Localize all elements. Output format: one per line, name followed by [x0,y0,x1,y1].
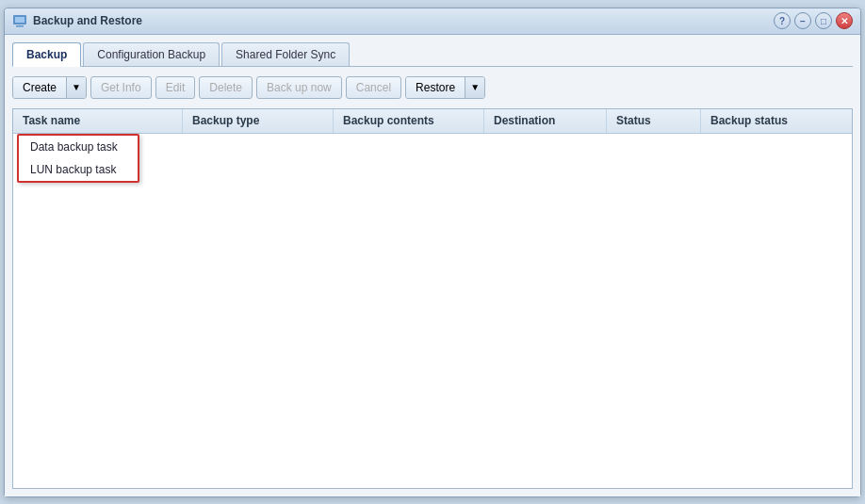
main-window: Backup and Restore ? − □ ✕ Backup Config… [4,8,861,497]
dropdown-item-lun-backup-task[interactable]: LUN backup task [19,158,138,181]
restore-button-main[interactable]: Restore [406,77,465,98]
col-header-task-name: Task name [13,109,183,133]
get-info-button[interactable]: Get Info [90,76,152,99]
col-header-backup-contents: Backup contents [334,109,484,133]
col-header-backup-type: Backup type [183,109,334,133]
table-header: Task name Backup type Backup contents De… [13,109,852,134]
col-header-backup-status: Backup status [701,109,852,133]
create-button-main[interactable]: Create [13,77,66,98]
window-icon [12,13,27,28]
col-header-destination: Destination [484,109,607,133]
create-button-split[interactable]: Create ▼ [12,76,87,99]
back-up-now-button[interactable]: Back up now [256,76,342,99]
cancel-button[interactable]: Cancel [346,76,401,99]
title-bar-controls: ? − □ ✕ [774,12,853,29]
restore-button-arrow[interactable]: ▼ [465,77,484,98]
tab-configuration-backup[interactable]: Configuration Backup [83,42,220,66]
svg-rect-2 [16,25,24,27]
maximize-button[interactable]: □ [815,12,832,29]
main-table-area: Task name Backup type Backup contents De… [12,108,853,489]
restore-button-split[interactable]: Restore ▼ [405,76,485,99]
window-content: Backup Configuration Backup Shared Folde… [5,35,860,496]
close-button[interactable]: ✕ [836,12,853,29]
table-body: Data backup task LUN backup task [13,134,852,488]
svg-rect-1 [15,17,24,23]
tab-backup[interactable]: Backup [12,42,81,67]
create-button-arrow[interactable]: ▼ [66,77,86,98]
title-bar: Backup and Restore ? − □ ✕ [5,8,860,35]
title-bar-left: Backup and Restore [12,13,142,28]
delete-button[interactable]: Delete [199,76,253,99]
tab-bar: Backup Configuration Backup Shared Folde… [12,42,853,67]
help-button[interactable]: ? [774,12,791,29]
create-dropdown-menu: Data backup task LUN backup task [17,134,139,183]
tab-shared-folder-sync[interactable]: Shared Folder Sync [221,42,350,66]
col-header-status: Status [607,109,701,133]
edit-button[interactable]: Edit [155,76,196,99]
minimize-button[interactable]: − [794,12,811,29]
window-title: Backup and Restore [33,14,142,27]
toolbar: Create ▼ Get Info Edit Delete Back up no… [12,73,853,103]
dropdown-item-data-backup-task[interactable]: Data backup task [19,136,138,158]
